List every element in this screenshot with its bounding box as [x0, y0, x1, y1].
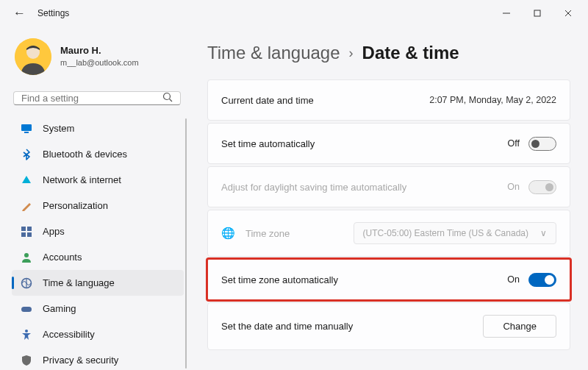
sidebar-item-accessibility[interactable]: Accessibility — [12, 321, 184, 347]
breadcrumb-parent[interactable]: Time & language — [207, 43, 340, 63]
sidebar-item-label: Time & language — [43, 277, 115, 288]
sidebar: Mauro H. m__lab@outlook.com SystemBlueto… — [0, 26, 190, 370]
sidebar-item-label: Apps — [43, 226, 65, 237]
sidebar-item-label: Privacy & security — [43, 355, 118, 366]
profile-email: m__lab@outlook.com — [60, 57, 139, 68]
dst-auto-row: Adjust for daylight saving time automati… — [207, 166, 570, 207]
sidebar-item-network[interactable]: Network & internet — [12, 167, 184, 193]
titlebar: ← Settings — [0, 0, 588, 26]
search-input[interactable] — [21, 93, 162, 104]
sidebar-item-label: Network & internet — [43, 174, 121, 185]
sidebar-item-label: Accessibility — [43, 329, 95, 340]
svg-rect-10 — [21, 227, 26, 231]
row-label: 🌐 Time zone — [221, 227, 354, 240]
time-zone-value: (UTC-05:00) Eastern Time (US & Canada) — [363, 228, 528, 238]
dst-auto-toggle — [528, 180, 556, 194]
sidebar-item-label: Personalization — [43, 200, 108, 211]
time-zone-dropdown: (UTC-05:00) Eastern Time (US & Canada) ∨ — [354, 222, 556, 244]
sidebar-item-accounts[interactable]: Accounts — [12, 244, 184, 270]
maximize-button[interactable] — [522, 2, 553, 24]
toggle-state-label: On — [507, 274, 520, 285]
row-label: Adjust for daylight saving time automati… — [221, 182, 507, 193]
set-time-auto-toggle[interactable] — [528, 137, 556, 151]
globe-icon: 🌐 — [221, 227, 235, 240]
set-tz-auto-toggle[interactable] — [528, 273, 556, 287]
row-label: Set time automatically — [221, 138, 508, 149]
sidebar-item-gaming[interactable]: Gaming — [12, 296, 184, 321]
profile-name: Mauro H. — [60, 45, 139, 57]
search-box[interactable] — [13, 91, 181, 105]
network-icon — [21, 174, 32, 186]
change-button[interactable]: Change — [483, 315, 556, 338]
row-label: Set the date and time manually — [221, 321, 483, 332]
breadcrumb: Time & language › Date & time — [207, 43, 570, 63]
svg-rect-17 — [21, 307, 32, 312]
personalization-icon — [21, 200, 32, 212]
settings-cards: Current date and time 2:07 PM, Monday, M… — [207, 79, 570, 350]
toggle-state-label: Off — [508, 138, 520, 149]
sidebar-item-bluetooth[interactable]: Bluetooth & devices — [12, 141, 184, 167]
accessibility-icon — [21, 329, 32, 341]
chevron-right-icon: › — [349, 46, 354, 61]
set-time-auto-row: Set time automatically Off — [207, 123, 570, 164]
sidebar-item-apps[interactable]: Apps — [12, 218, 184, 244]
window-controls — [491, 2, 584, 24]
minimize-button[interactable] — [491, 2, 522, 24]
profile-text: Mauro H. m__lab@outlook.com — [60, 45, 139, 68]
sidebar-item-privacy[interactable]: Privacy & security — [12, 347, 184, 370]
chevron-down-icon: ∨ — [540, 228, 547, 238]
nav: SystemBluetooth & devicesNetwork & inter… — [12, 115, 184, 370]
svg-rect-9 — [24, 132, 29, 133]
row-label: Current date and time — [221, 95, 429, 106]
system-icon — [21, 123, 32, 135]
current-date-time-value: 2:07 PM, Monday, May 2, 2022 — [429, 95, 556, 105]
svg-rect-12 — [21, 232, 26, 237]
row-label: Set time zone automatically — [221, 274, 507, 285]
svg-rect-8 — [21, 124, 32, 131]
sidebar-item-label: Gaming — [43, 303, 76, 314]
svg-point-6 — [164, 93, 171, 100]
svg-point-18 — [25, 330, 28, 332]
svg-rect-13 — [27, 232, 32, 237]
apps-icon — [21, 226, 32, 238]
back-button[interactable]: ← — [13, 6, 26, 21]
sidebar-item-personalization[interactable]: Personalization — [12, 193, 184, 218]
sidebar-item-time[interactable]: Time & language — [12, 270, 184, 296]
current-date-time-row: Current date and time 2:07 PM, Monday, M… — [207, 79, 570, 121]
accounts-icon — [21, 252, 32, 263]
bluetooth-icon — [21, 149, 32, 160]
close-button[interactable] — [553, 2, 584, 24]
svg-rect-1 — [534, 10, 540, 16]
page-title: Date & time — [362, 43, 459, 63]
privacy-icon — [21, 355, 32, 366]
avatar — [15, 38, 51, 75]
time-zone-label: Time zone — [245, 228, 290, 239]
main: Time & language › Date & time Current da… — [190, 26, 588, 370]
gaming-icon — [21, 303, 32, 315]
sidebar-item-label: System — [43, 123, 74, 134]
set-manual-row: Set the date and time manually Change — [207, 302, 570, 350]
window-title: Settings — [37, 8, 69, 18]
profile[interactable]: Mauro H. m__lab@outlook.com — [12, 32, 184, 87]
titlebar-left: ← Settings — [13, 6, 69, 21]
toggle-state-label: On — [507, 182, 520, 192]
svg-point-14 — [24, 253, 29, 257]
sidebar-item-label: Accounts — [43, 252, 82, 263]
sidebar-item-label: Bluetooth & devices — [43, 149, 127, 160]
svg-line-7 — [170, 99, 173, 102]
sidebar-item-system[interactable]: System — [12, 115, 184, 141]
svg-rect-11 — [27, 227, 32, 231]
search-icon — [162, 92, 173, 104]
time-zone-row: 🌐 Time zone (UTC-05:00) Eastern Time (US… — [207, 210, 570, 257]
time-icon — [21, 277, 32, 289]
set-tz-auto-row: Set time zone automatically On — [207, 259, 570, 300]
sidebar-scrollbar[interactable] — [185, 118, 187, 369]
